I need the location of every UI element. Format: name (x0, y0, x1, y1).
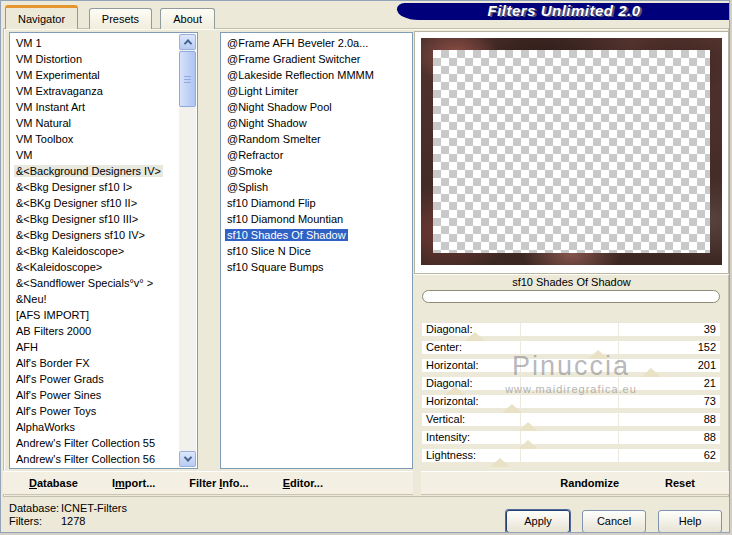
category-item[interactable]: VM Toolbox (12, 131, 178, 147)
filter-item[interactable]: sf10 Square Bumps (223, 259, 410, 275)
preview-frame-image (421, 38, 722, 265)
filter-item[interactable]: @Frame Gradient Switcher (223, 51, 410, 67)
slider-row[interactable]: Center:152 (422, 341, 720, 354)
category-item[interactable]: Alf's Power Sines (12, 387, 178, 403)
category-item-label: &<Bkg Designer sf10 III> (14, 213, 140, 225)
slider-row[interactable]: Horizontal:73 (422, 395, 720, 408)
category-item[interactable]: VM Distortion (12, 51, 178, 67)
slider-panel: Diagonal:39Center:152Horizontal:201Diago… (422, 323, 720, 473)
filter-item[interactable]: @Smoke (223, 163, 410, 179)
scroll-down-button[interactable] (179, 451, 196, 467)
slider-thumb[interactable] (502, 404, 522, 413)
category-item[interactable]: &<Background Designers IV> (12, 163, 178, 179)
button-label: ditor... (290, 477, 323, 489)
filter-item-label: @Frame Gradient Switcher (225, 53, 362, 65)
category-listbox[interactable]: VM 1VM DistortionVM ExperimentalVM Extra… (9, 32, 198, 469)
category-item[interactable]: &<Bkg Designers sf10 IV> (12, 227, 178, 243)
help-button[interactable]: Help (658, 510, 722, 533)
category-item[interactable]: Alf's Power Toys (12, 403, 178, 419)
scrollbar-thumb[interactable] (179, 51, 196, 107)
app-title: Filters Unlimited 2.0 (487, 2, 640, 19)
category-item[interactable]: VM (12, 147, 178, 163)
filter-item[interactable]: @Light Limiter (223, 83, 410, 99)
filter-item[interactable]: @Splish (223, 179, 410, 195)
category-item[interactable]: AlphaWorks (12, 419, 178, 435)
tab-presets[interactable]: Presets (89, 8, 152, 29)
database-button[interactable]: Database (29, 477, 78, 489)
slider-thumb[interactable] (641, 368, 661, 377)
scroll-up-button[interactable] (179, 34, 196, 50)
category-item[interactable]: &<BKg Designer sf10 II> (12, 195, 178, 211)
slider-value: 88 (704, 413, 716, 426)
filter-item[interactable]: @Frame AFH Beveler 2.0a... (223, 35, 410, 51)
slider-row[interactable]: Diagonal:21 (422, 377, 720, 390)
filter-item[interactable]: sf10 Diamond Flip (223, 195, 410, 211)
slider-value: 39 (704, 323, 716, 336)
category-item[interactable]: [AFS IMPORT] (12, 307, 178, 323)
filter-item[interactable]: sf10 Diamond Mountian (223, 211, 410, 227)
category-item[interactable]: &Neu! (12, 291, 178, 307)
tab-about[interactable]: About (160, 8, 215, 29)
reset-button[interactable]: Reset (665, 477, 695, 489)
status-label: Filters: (9, 515, 61, 528)
category-item[interactable]: &<Bkg Designer sf10 III> (12, 211, 178, 227)
category-item[interactable]: VM Instant Art (12, 99, 178, 115)
editor-button[interactable]: Editor... (283, 477, 323, 489)
filter-item[interactable]: @Refractor (223, 147, 410, 163)
category-item[interactable]: Andrew's Filter Collection 56 (12, 451, 178, 466)
category-item[interactable]: AB Filters 2000 (12, 323, 178, 339)
category-item-label: &<BKg Designer sf10 II> (14, 197, 139, 209)
category-item-label: VM Experimental (14, 69, 102, 81)
slider-label: Lightness: (426, 449, 476, 462)
filter-item[interactable]: sf10 Slice N Dice (223, 243, 410, 259)
category-item-label: &<Bkg Designers sf10 IV> (14, 229, 147, 241)
slider-row[interactable]: Horizontal:201 (422, 359, 720, 372)
category-item[interactable]: &<Kaleidoscope> (12, 259, 178, 275)
status-value: 1278 (61, 515, 85, 527)
slider-thumb[interactable] (445, 386, 465, 395)
filter-item-label: @Refractor (225, 149, 285, 161)
slider-row[interactable]: Intensity:88 (422, 431, 720, 444)
tab-navigator[interactable]: Navigator (5, 5, 78, 29)
slider-row[interactable]: Vertical:88 (422, 413, 720, 426)
slider-thumb[interactable] (465, 332, 485, 341)
filter-item[interactable]: sf10 Shades Of Shadow (223, 227, 410, 243)
category-item[interactable]: Alf's Border FX (12, 355, 178, 371)
category-item[interactable]: AFH (12, 339, 178, 355)
category-item[interactable]: &<Sandflower Specials°v° > (12, 275, 178, 291)
category-item[interactable]: VM Natural (12, 115, 178, 131)
right-action-strip: RandomizeReset (421, 471, 730, 495)
filter-listbox[interactable]: @Frame AFH Beveler 2.0a...@Frame Gradien… (220, 32, 413, 469)
category-item-label: VM Extravaganza (14, 85, 105, 97)
button-label: Filter (189, 477, 219, 489)
button-label: nfo... (222, 477, 248, 489)
category-item[interactable]: Andrew's Filter Collection 55 (12, 435, 178, 451)
category-scrollbar[interactable] (179, 34, 196, 467)
apply-button[interactable]: Apply (506, 510, 570, 533)
filter-item[interactable]: @Lakeside Reflection MMMM (223, 67, 410, 83)
slider-thumb[interactable] (518, 440, 538, 449)
import-button[interactable]: Import... (112, 477, 155, 489)
category-item[interactable]: &<Bkg Kaleidoscope> (12, 243, 178, 259)
slider-thumb[interactable] (588, 350, 608, 359)
category-item-label: &<Bkg Designer sf10 I> (14, 181, 134, 193)
filter-item-label: sf10 Diamond Flip (225, 197, 318, 209)
slider-row[interactable]: Lightness:62 (422, 449, 720, 462)
filter-item[interactable]: @Night Shadow (223, 115, 410, 131)
randomize-button[interactable]: Randomize (560, 477, 619, 489)
filter-item-label: @Light Limiter (225, 85, 300, 97)
filter-item[interactable]: @Night Shadow Pool (223, 99, 410, 115)
category-item[interactable]: &<Bkg Designer sf10 I> (12, 179, 178, 195)
status-value: ICNET-Filters (61, 502, 127, 514)
slider-thumb[interactable] (490, 458, 510, 467)
slider-thumb[interactable] (518, 422, 538, 431)
filter-item-label: sf10 Diamond Mountian (225, 213, 345, 225)
category-item[interactable]: VM Extravaganza (12, 83, 178, 99)
category-item[interactable]: VM Experimental (12, 67, 178, 83)
cancel-button[interactable]: Cancel (582, 510, 646, 533)
slider-value: 62 (704, 449, 716, 462)
category-item[interactable]: VM 1 (12, 35, 178, 51)
filter-item[interactable]: @Random Smelter (223, 131, 410, 147)
filter-info-button[interactable]: Filter Info... (189, 477, 248, 489)
category-item[interactable]: Alf's Power Grads (12, 371, 178, 387)
